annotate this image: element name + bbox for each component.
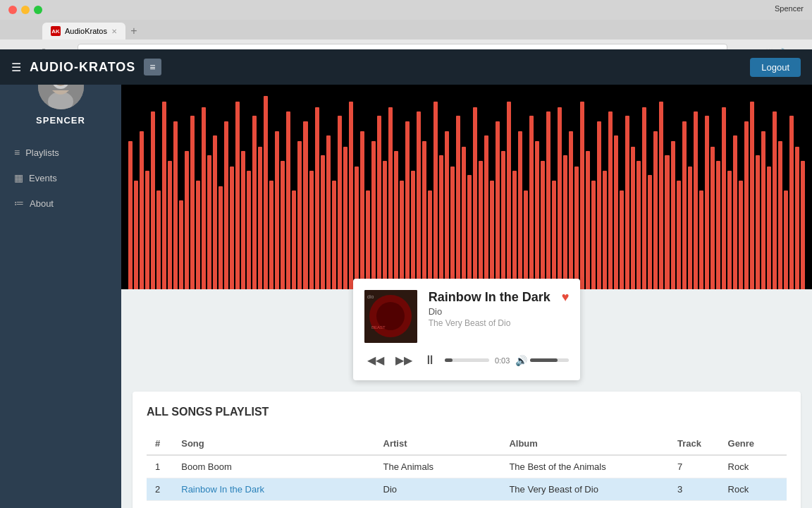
waveform-bar: [168, 161, 172, 289]
waveform-bar: [636, 161, 641, 289]
volume-icon[interactable]: 🔊: [515, 355, 527, 366]
tab-favicon: AK: [51, 26, 61, 36]
col-header-num: #: [147, 433, 173, 455]
waveform-bar: [535, 141, 539, 289]
waveform-bar: [134, 181, 138, 289]
waveform-bar: [710, 147, 715, 289]
waveform-bar: [383, 161, 387, 289]
waveform-bar: [173, 121, 178, 289]
waveform-bar: [258, 147, 262, 289]
sidebar-item-about[interactable]: ≔ About: [0, 190, 121, 216]
waveform-visualizer: [121, 85, 812, 289]
playlist-title: ALL SONGS PLAYLIST: [147, 406, 787, 418]
cell-song: Boom Boom: [173, 455, 374, 478]
waveform-bar: [586, 151, 590, 289]
cell-track: 3: [669, 478, 720, 501]
cell-genre: Rock: [720, 478, 787, 501]
waveform-bar: [456, 116, 460, 289]
hamburger-menu-icon[interactable]: ☰: [11, 61, 21, 74]
sidebar-label-playlists: Playlists: [25, 147, 59, 158]
waveform-bar: [490, 181, 494, 289]
cell-album: The Very Beast of Dio: [500, 478, 669, 501]
waveform-bar: [338, 116, 342, 289]
waveform-bar: [756, 155, 760, 289]
waveform-bar: [394, 151, 398, 289]
waveform-bar: [552, 181, 556, 289]
close-window-button[interactable]: [8, 6, 17, 14]
events-icon: ▦: [14, 172, 23, 183]
progress-bar[interactable]: [445, 358, 489, 362]
waveform-bar: [433, 102, 438, 289]
waveform-bar: [207, 155, 211, 289]
waveform-bar: [778, 141, 782, 289]
waveform-bar: [224, 121, 228, 289]
table-row: 2Rainbow In the DarkDioThe Very Beast of…: [147, 478, 787, 501]
waveform-bar: [297, 141, 302, 289]
waveform-bar: [507, 102, 511, 289]
waveform-bar: [580, 102, 584, 289]
waveform-bar: [400, 181, 404, 289]
waveform-bar: [767, 167, 771, 289]
waveform-bar: [269, 181, 273, 289]
waveform-bar: [591, 181, 596, 289]
cell-num: 1: [147, 455, 173, 478]
progress-area[interactable]: [445, 358, 489, 362]
waveform-bar: [653, 131, 658, 289]
waveform-bar: [213, 135, 217, 289]
browser-user: Spencer: [775, 4, 804, 13]
waveform-bar: [190, 116, 195, 289]
cell-genre: Rock: [720, 455, 787, 478]
waveform-bar: [671, 141, 675, 289]
col-header-song: Song: [173, 433, 374, 455]
browser-titlebar: Spencer: [0, 0, 812, 20]
sidebar-nav: ≡ Playlists ▦ Events ≔ About: [0, 140, 121, 216]
volume-bar[interactable]: [530, 358, 569, 362]
logout-button[interactable]: Logout: [750, 58, 801, 77]
album-art: dio BEAST: [364, 290, 417, 343]
list-view-icon[interactable]: ≡: [144, 59, 161, 75]
waveform-bar: [388, 107, 393, 289]
waveform-bar: [563, 155, 567, 289]
waveform-bar: [524, 190, 528, 289]
waveform-bar: [309, 171, 314, 289]
waveform-bar: [355, 167, 359, 289]
waveform-bar: [275, 131, 279, 289]
player-song-title: Rainbow In the Dark: [429, 290, 550, 305]
next-button[interactable]: ▶▶: [393, 352, 415, 368]
sidebar-label-about: About: [30, 198, 54, 209]
waveform-bar: [496, 121, 500, 289]
waveform-bar: [349, 102, 353, 289]
waveform-bar: [597, 121, 601, 289]
tab-close-button[interactable]: ✕: [111, 28, 117, 35]
new-tab-button[interactable]: +: [125, 23, 142, 40]
waveform-bar: [332, 181, 336, 289]
sidebar-item-events[interactable]: ▦ Events: [0, 165, 121, 190]
pause-button[interactable]: ⏸: [421, 351, 439, 369]
maximize-window-button[interactable]: [34, 6, 42, 14]
waveform-bar: [648, 175, 652, 289]
waveform-bar: [450, 167, 455, 289]
waveform-bar: [603, 171, 607, 289]
waveform-bar: [642, 107, 646, 289]
volume-area: 🔊: [515, 355, 569, 366]
browser-chrome: Spencer AK AudioKratos ✕ + ‹ › ↻ ⌂ audio…: [0, 0, 812, 49]
waveform-bar: [473, 107, 477, 289]
waveform-bar: [230, 167, 234, 289]
like-button[interactable]: ♥: [562, 290, 570, 305]
waveform-bar: [360, 131, 364, 289]
waveform-bar: [377, 116, 381, 289]
waveform-bar: [558, 107, 562, 289]
prev-button[interactable]: ◀◀: [364, 352, 387, 368]
cell-song[interactable]: Rainbow In the Dark: [173, 478, 374, 501]
col-header-genre: Genre: [720, 433, 787, 455]
waveform-bar: [722, 107, 726, 289]
browser-tab-active[interactable]: AK AudioKratos ✕: [42, 23, 125, 40]
waveform-bar: [569, 131, 573, 289]
waveform-bar: [156, 190, 161, 289]
minimize-window-button[interactable]: [21, 6, 30, 14]
waveform-bar: [439, 155, 443, 289]
sidebar-item-playlists[interactable]: ≡ Playlists: [0, 140, 121, 165]
waveform-bar: [744, 121, 749, 289]
waveform-bar: [614, 135, 618, 289]
song-link[interactable]: Rainbow In the Dark: [181, 484, 264, 495]
